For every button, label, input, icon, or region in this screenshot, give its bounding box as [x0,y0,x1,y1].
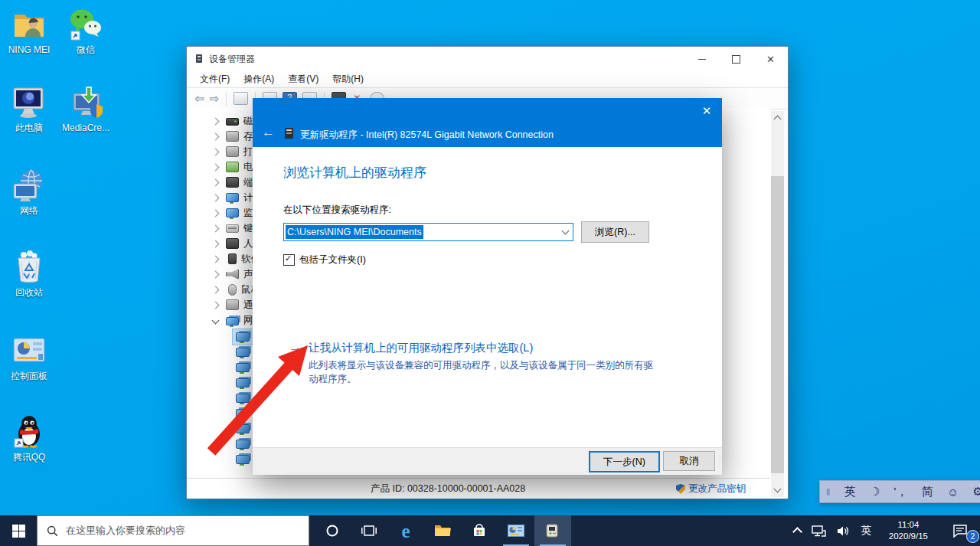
chevron-right-icon[interactable] [212,255,220,263]
time-text: 11:04 [889,519,928,531]
menu-bar: 文件(F) 操作(A) 查看(V) 帮助(H) [187,70,788,87]
forward-icon[interactable]: ⇨ [210,93,220,104]
tree-item-batteries[interactable]: 电池 [187,159,263,175]
wechat-icon [67,6,104,43]
close-icon[interactable]: ✕ [697,103,716,119]
desktop-icon-media-creation[interactable]: MediaCre... [57,84,115,134]
desktop-icon-this-pc[interactable]: 此电脑 [0,84,58,134]
desktop-icon-wechat[interactable]: 微信 [57,6,115,56]
chevron-right-icon[interactable] [212,209,220,217]
change-product-key-link[interactable]: 更改产品密钥 [676,482,746,495]
chevron-right-icon[interactable] [212,163,220,171]
start-button[interactable] [0,515,37,546]
chevron-right-icon[interactable] [212,132,220,140]
chevron-right-icon[interactable] [212,224,220,232]
chevron-right-icon[interactable] [212,117,220,125]
notification-badge: 2 [966,530,979,543]
ime-fullhalf-moon-icon[interactable]: ☽ [870,485,880,499]
close-button[interactable]: ✕ [753,47,788,71]
control-panel-taskbar-button[interactable] [498,515,534,546]
tree-item-keyboards[interactable]: 键盘 [187,221,263,236]
chevron-right-icon[interactable] [212,194,220,201]
chevron-right-icon[interactable] [212,240,220,247]
combobox-dropdown-button[interactable] [559,225,571,239]
system-tray: 英 11:04 2020/9/15 2 [789,515,980,546]
edge-button[interactable]: e [387,515,424,546]
scrollbar-thumb[interactable] [771,176,784,473]
speaker-icon [837,525,850,537]
ime-language-bar[interactable]: ‖ 英 ☽ '， 简 ☺ ⚙ [819,480,980,503]
desktop-icon-label: MediaCre... [57,123,115,134]
volume-tray-button[interactable] [831,515,855,546]
usb-icon [226,299,239,310]
driver-icon [285,128,293,139]
desktop-icon-control-panel[interactable]: 控制面板 [0,332,58,382]
include-subfolders-row[interactable]: 包括子文件夹(I) [283,253,366,266]
vertical-scrollbar[interactable] [771,111,784,497]
action-center-button[interactable]: 2 [940,515,980,546]
console-tree-icon[interactable] [234,92,248,105]
scroll-down-icon[interactable] [774,486,782,493]
chevron-down-icon[interactable] [212,316,220,324]
ime-simplified-chinese[interactable]: 简 [922,485,933,499]
menu-action[interactable]: 操作(A) [237,70,281,88]
scroll-up-icon[interactable] [774,116,782,123]
product-id-text: 产品 ID: 00328-10000-00001-AA028 [371,482,525,495]
cortana-button[interactable] [314,515,351,546]
pick-from-list-link[interactable]: → 让我从计算机上的可用驱动程序列表中选取(L) [289,341,533,355]
windows-logo-icon [12,525,25,538]
taskbar-search-box[interactable]: 在这里输入你要搜索的内容 [37,515,309,546]
edge-icon: e [401,521,410,541]
ime-english-mode[interactable]: 英 [844,485,856,499]
desktop-icon-network[interactable]: 网络 [0,167,58,217]
menu-help[interactable]: 帮助(H) [325,70,371,88]
network-adapter-icon [236,424,250,433]
ime-emoji-icon[interactable]: ☺ [947,486,959,499]
chevron-right-icon[interactable] [212,270,220,278]
chevron-right-icon[interactable] [212,301,220,309]
chevron-right-icon[interactable] [212,286,220,293]
microsoft-store-button[interactable] [461,515,498,546]
desktop-icon-ning-mei[interactable]: NING MEI [0,6,58,56]
uac-shield-icon [676,484,685,494]
checkbox-checked-icon[interactable] [283,254,295,266]
maximize-button[interactable] [719,47,753,71]
file-explorer-button[interactable] [424,515,461,546]
back-icon[interactable]: ⇦ [194,93,204,104]
ime-punctuation-icon[interactable]: '， [894,485,908,499]
clock[interactable]: 11:04 2020/9/15 [877,515,940,546]
network-adapter-icon [236,378,250,387]
wizard-title: 更新驱动程序 - Intel(R) 82574L Gigabit Network… [300,129,554,142]
ime-settings-gear-icon[interactable]: ⚙ [973,485,980,499]
menu-view[interactable]: 查看(V) [281,70,325,88]
desktop-icon-label: 此电脑 [0,123,58,134]
menu-file[interactable]: 文件(F) [193,70,237,88]
chevron-right-icon[interactable] [212,148,220,155]
drag-handle-icon[interactable]: ‖ [826,486,830,498]
minimize-button[interactable] [684,47,719,71]
device-manager-taskbar-button[interactable] [534,515,571,546]
ime-indicator[interactable]: 英 [855,515,877,546]
qq-icon [11,414,47,450]
battery-icon [226,162,239,172]
network-tray-button[interactable] [806,515,831,546]
desktop-icon-recycle-bin[interactable]: 回收站 [0,249,58,299]
path-combobox[interactable]: C:\Users\NING MEI\Documents [283,223,573,241]
network-adapter-icon [236,440,250,449]
task-view-button[interactable] [351,515,387,546]
hidden-icons-chevron[interactable] [789,515,806,546]
network-adapter-icon [236,348,250,357]
back-arrow-icon[interactable]: ← [262,126,275,139]
wizard-header: ✕ ← 更新驱动程序 - Intel(R) 82574L Gigabit Net… [253,98,722,147]
device-manager-titlebar[interactable]: 设备管理器 ✕ [187,47,788,71]
pick-from-list-label[interactable]: 让我从计算机上的可用驱动程序列表中选取(L) [309,341,533,355]
cancel-button[interactable]: 取消 [663,451,715,471]
network-adapter-icon [236,409,250,418]
desktop-icon-qq[interactable]: 腾讯QQ [0,414,58,463]
browse-button[interactable]: 浏览(R)... [581,221,649,243]
wizard-body: 浏览计算机上的驱动程序 在以下位置搜索驱动程序: C:\Users\NING M… [253,147,722,448]
next-button[interactable]: 下一步(N) [589,451,660,472]
wizard-heading: 浏览计算机上的驱动程序 [283,164,426,181]
media-creation-icon [67,84,104,121]
chevron-right-icon[interactable] [212,178,220,186]
